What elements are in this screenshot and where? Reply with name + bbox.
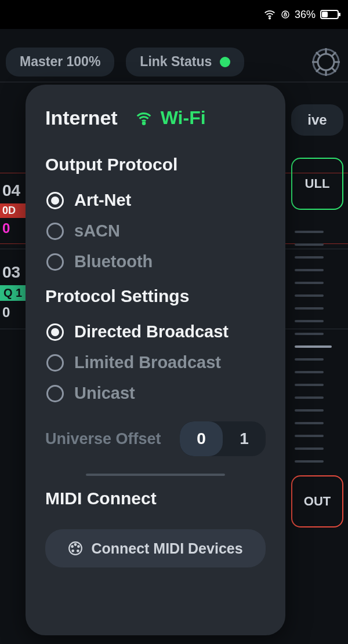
radio-directed-broadcast[interactable]: Directed Broadcast [45, 316, 266, 347]
link-status-label: Link Status [140, 54, 212, 70]
wifi-status[interactable]: Wi-Fi [135, 107, 206, 129]
section-title-protocol-settings: Protocol Settings [45, 286, 266, 306]
link-status-dot-icon [220, 57, 230, 67]
radio-icon [46, 223, 64, 240]
radio-label: Art-Net [74, 191, 131, 210]
connect-midi-button[interactable]: Connect MIDI Devices [45, 529, 266, 567]
wifi-icon [263, 8, 276, 21]
radio-icon [46, 385, 64, 402]
radio-sacn[interactable]: sACN [45, 216, 266, 246]
radio-label: Directed Broadcast [74, 322, 229, 341]
radio-label: Bluetooth [74, 252, 153, 271]
connect-midi-label: Connect MIDI Devices [91, 540, 242, 557]
svg-point-15 [75, 544, 77, 545]
svg-point-13 [143, 122, 145, 125]
offset-option-0[interactable]: 0 [180, 421, 223, 456]
svg-rect-2 [284, 14, 287, 16]
live-pill[interactable]: ive [291, 104, 343, 136]
universe-offset-label: Universe Offset [45, 430, 169, 448]
universe-offset-row: Universe Offset 0 1 [45, 421, 266, 456]
gear-icon [311, 47, 341, 77]
bg-value: 0 [0, 301, 29, 324]
offset-option-1[interactable]: 1 [223, 421, 266, 456]
radio-icon [46, 192, 64, 209]
svg-point-16 [72, 545, 74, 547]
master-pill[interactable]: Master 100% [6, 48, 114, 77]
section-title-output-protocol: Output Protocol [45, 155, 266, 174]
radio-label: Limited Broadcast [74, 353, 221, 372]
universe-offset-segment[interactable]: 0 1 [180, 421, 266, 456]
radio-icon [46, 354, 64, 372]
out-button[interactable]: OUT [291, 475, 343, 527]
radio-artnet[interactable]: Art-Net [45, 185, 266, 216]
svg-point-4 [318, 54, 334, 70]
header-bar: Master 100% Link Status [0, 42, 348, 82]
svg-point-19 [77, 550, 79, 552]
radio-limited-broadcast[interactable]: Limited Broadcast [45, 347, 266, 378]
midi-icon [68, 541, 83, 556]
svg-point-18 [72, 550, 74, 552]
svg-point-17 [78, 545, 80, 547]
radio-icon [46, 323, 64, 341]
bg-tag: 0D [0, 203, 29, 218]
radio-label: sACN [74, 221, 120, 241]
link-status-pill[interactable]: Link Status [126, 48, 244, 77]
panel-divider [86, 474, 225, 476]
radio-icon [46, 253, 64, 271]
battery-icon [320, 10, 339, 19]
status-bar: 36% [0, 0, 348, 29]
wifi-label: Wi-Fi [161, 107, 206, 129]
radio-unicast[interactable]: Unicast [45, 378, 266, 409]
section-title-midi: MIDI Connect [45, 489, 266, 508]
settings-gear-button[interactable] [310, 46, 342, 78]
lock-icon [281, 10, 290, 19]
settings-panel: Internet Wi-Fi Output Protocol Art-Net s… [26, 85, 285, 635]
bg-channel-number: 04 [0, 178, 29, 203]
bg-right-controls: ive ULL [291, 104, 343, 210]
level-scale [295, 231, 332, 463]
panel-title: Internet [45, 107, 118, 129]
radio-label: Unicast [74, 384, 135, 403]
bg-channel-number: 03 [0, 260, 29, 285]
bg-tag: Q 1 [0, 285, 29, 301]
battery-percent: 36% [295, 9, 316, 21]
radio-bluetooth[interactable]: Bluetooth [45, 246, 266, 277]
bg-value: 0 [0, 218, 29, 239]
full-button[interactable]: ULL [291, 158, 343, 210]
wifi-icon [135, 110, 153, 127]
bg-channel-strip: 04 0D 0 03 Q 1 0 [0, 93, 29, 334]
svg-point-0 [269, 17, 270, 19]
